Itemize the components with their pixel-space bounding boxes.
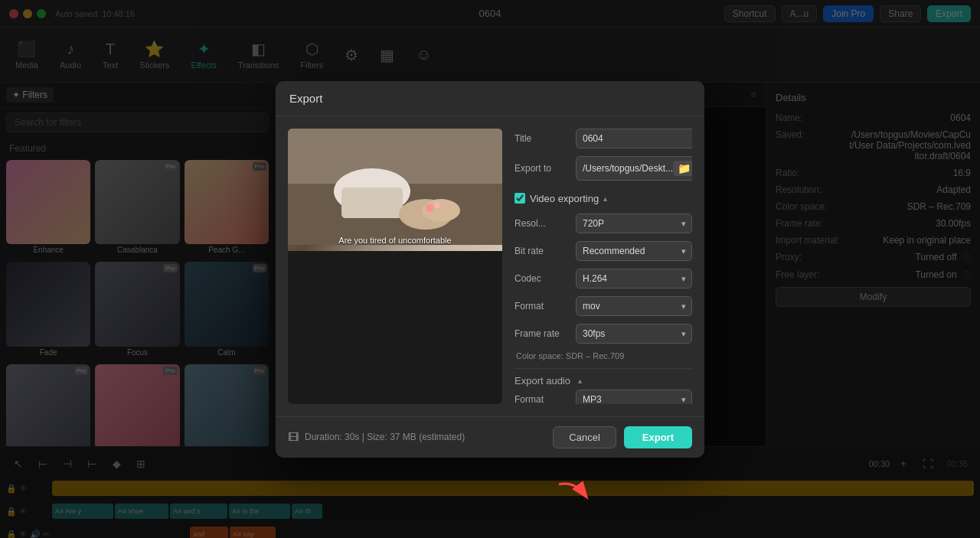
- preview-image: Are you tired of uncomfortable: [288, 129, 502, 251]
- audio-chevron-icon: ▴: [578, 377, 582, 385]
- film-icon: 🎞: [288, 431, 299, 443]
- format-label: Format: [514, 301, 576, 311]
- color-space-note: Color space: SDR – Rec.709: [514, 351, 692, 360]
- export-path-text: /Users/topgus/Deskt...: [583, 163, 673, 174]
- preview-subtitle: Are you tired of uncomfortable: [288, 236, 502, 245]
- title-input[interactable]: [576, 129, 692, 148]
- export-to-label: Export to: [514, 163, 576, 174]
- resolution-select-wrapper: 720P 1080P 4K: [576, 214, 692, 233]
- title-row: Title: [514, 129, 692, 148]
- svg-point-7: [434, 202, 440, 208]
- framerate-select[interactable]: 30fps 24fps 60fps: [576, 324, 692, 344]
- preview-frame-svg: [288, 129, 502, 245]
- modal-body: Are you tired of uncomfortable Title Exp…: [276, 116, 704, 416]
- svg-point-6: [426, 204, 433, 212]
- framerate-label: Frame rate: [514, 328, 576, 339]
- footer-info: 🎞 Duration: 30s | Size: 37 MB (estimated…: [288, 431, 465, 443]
- modal-form: Title Export to /Users/topgus/Deskt... 📁…: [514, 129, 692, 404]
- framerate-select-wrapper: 30fps 24fps 60fps: [576, 324, 692, 344]
- bitrate-select[interactable]: Recommended Low High: [576, 241, 692, 261]
- resolution-row: Resol... 720P 1080P 4K: [514, 214, 692, 233]
- modal-header: Export: [276, 81, 704, 116]
- audio-format-label: Format: [514, 394, 576, 404]
- export-to-row: Export to /Users/topgus/Deskt... 📁: [514, 156, 692, 181]
- codec-row: Codec H.264 H.265: [514, 269, 692, 289]
- format-select-wrapper: mov mp4: [576, 296, 692, 316]
- duration-size-label: Duration: 30s | Size: 37 MB (estimated): [305, 432, 465, 442]
- folder-browse-button[interactable]: 📁: [673, 161, 692, 176]
- resolution-select[interactable]: 720P 1080P 4K: [576, 214, 692, 233]
- codec-label: Codec: [514, 273, 576, 284]
- export-audio-toggle[interactable]: Export audio ▴: [514, 368, 692, 390]
- footer-actions: Cancel Export: [553, 426, 692, 448]
- audio-format-row: Format MP3 AAC: [514, 390, 692, 404]
- format-row: Format mov mp4: [514, 296, 692, 316]
- export-audio-label: Export audio: [514, 375, 570, 386]
- arrow-indicator: [551, 477, 597, 507]
- svg-rect-3: [341, 187, 403, 218]
- format-select[interactable]: mov mp4: [576, 296, 692, 316]
- bitrate-select-wrapper: Recommended Low High: [576, 241, 692, 261]
- video-export-checkbox[interactable]: [514, 193, 525, 204]
- modal-preview: Are you tired of uncomfortable: [288, 129, 502, 404]
- video-export-label: Video exporting: [530, 193, 599, 204]
- export-path-display: /Users/topgus/Deskt... 📁: [576, 156, 692, 181]
- cancel-button[interactable]: Cancel: [553, 426, 616, 448]
- export-modal: Export: [276, 81, 704, 458]
- bitrate-label: Bit rate: [514, 246, 576, 256]
- resolution-label: Resol...: [514, 218, 576, 229]
- video-export-chevron-icon: ▴: [603, 194, 607, 203]
- video-export-toggle[interactable]: Video exporting ▴: [514, 188, 692, 209]
- title-label: Title: [514, 133, 576, 144]
- bitrate-row: Bit rate Recommended Low High: [514, 241, 692, 261]
- modal-footer: 🎞 Duration: 30s | Size: 37 MB (estimated…: [276, 416, 704, 458]
- modal-overlay: Export: [0, 0, 980, 538]
- codec-select[interactable]: H.264 H.265: [576, 269, 692, 289]
- audio-format-select[interactable]: MP3 AAC: [576, 390, 692, 404]
- codec-select-wrapper: H.264 H.265: [576, 269, 692, 289]
- framerate-row: Frame rate 30fps 24fps 60fps: [514, 324, 692, 344]
- export-button[interactable]: Export: [624, 426, 692, 448]
- audio-format-select-wrapper: MP3 AAC: [576, 390, 692, 404]
